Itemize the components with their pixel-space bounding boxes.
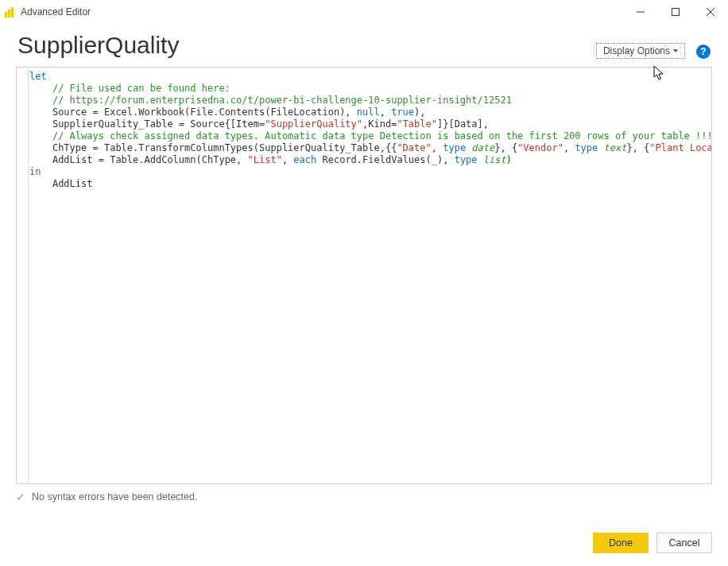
app-icon	[5, 6, 16, 17]
gutter	[28, 68, 29, 483]
display-options-label: Display Options	[603, 45, 670, 56]
svg-rect-1	[672, 9, 680, 16]
footer: Done Cancel	[593, 533, 712, 553]
help-icon[interactable]: ?	[696, 45, 711, 59]
window-title: Advanced Editor	[21, 6, 91, 17]
chevron-down-icon	[673, 49, 678, 52]
done-button[interactable]: Done	[593, 533, 649, 553]
check-icon: ✓	[16, 490, 25, 503]
close-button[interactable]	[693, 0, 728, 24]
titlebar: Advanced Editor	[0, 0, 728, 24]
cancel-button[interactable]: Cancel	[656, 533, 712, 553]
display-options-dropdown[interactable]: Display Options	[596, 43, 685, 59]
maximize-button[interactable]	[658, 0, 693, 24]
minimize-button[interactable]	[623, 0, 658, 24]
header: SupplierQuality Display Options ?	[0, 24, 728, 64]
code-editor[interactable]: let // File used can be found here: // h…	[16, 67, 712, 484]
status-message: No syntax errors have been detected.	[32, 491, 197, 502]
page-title: SupplierQuality	[17, 32, 596, 59]
code-content[interactable]: let // File used can be found here: // h…	[17, 68, 711, 193]
status-bar: ✓ No syntax errors have been detected.	[0, 484, 728, 503]
window-controls	[623, 0, 728, 24]
